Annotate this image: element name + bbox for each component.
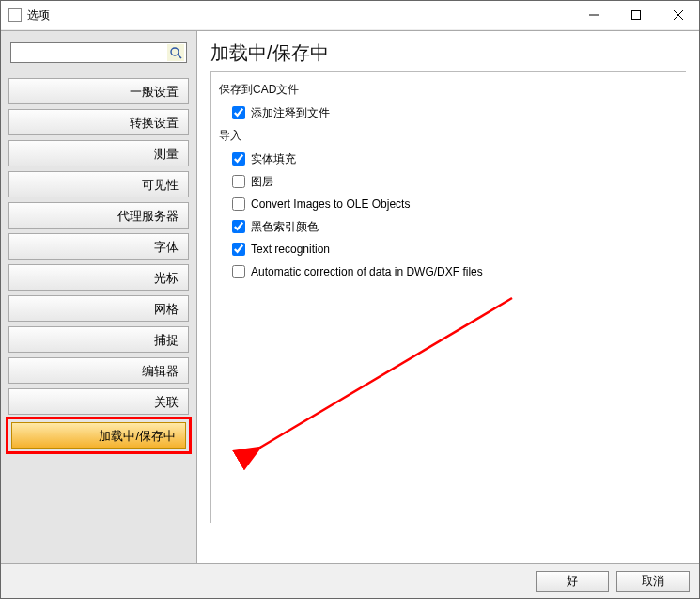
checkbox-layers-input[interactable] [232, 175, 245, 188]
search-row [1, 31, 196, 71]
window-title: 选项 [27, 8, 50, 24]
category-list: 一般设置转换设置测量可见性代理服务器字体光标网格捕捉编辑器关联加载中/保存中 [1, 71, 196, 459]
page-title: 加载中/保存中 [210, 40, 686, 66]
sidebar-item-7[interactable]: 网格 [8, 295, 189, 322]
svg-line-7 [258, 298, 512, 449]
sidebar-item-label: 测量 [154, 147, 179, 161]
settings-area: 保存到CAD文件 添加注释到文件 导入 实体填充 图层 Convert Imag… [210, 71, 686, 523]
cancel-button[interactable]: 取消 [616, 571, 690, 592]
sidebar-item-label: 光标 [154, 271, 179, 285]
checkbox-solid-fill-label: 实体填充 [251, 151, 296, 167]
search-input[interactable] [11, 43, 163, 62]
sidebar-item-label: 代理服务器 [117, 209, 179, 223]
group-import-title: 导入 [219, 128, 678, 144]
dialog-body: 一般设置转换设置测量可见性代理服务器字体光标网格捕捉编辑器关联加载中/保存中 加… [1, 30, 699, 563]
sidebar: 一般设置转换设置测量可见性代理服务器字体光标网格捕捉编辑器关联加载中/保存中 [1, 31, 197, 563]
search-field[interactable] [10, 42, 187, 63]
search-icon[interactable] [167, 44, 184, 61]
app-icon [8, 8, 22, 22]
checkbox-auto-correction[interactable]: Automatic correction of data in DWG/DXF … [232, 260, 678, 283]
ok-button[interactable]: 好 [536, 571, 609, 592]
checkbox-black-index-color[interactable]: 黑色索引颜色 [232, 215, 678, 238]
sidebar-item-1[interactable]: 转换设置 [8, 109, 189, 135]
options-dialog: 选项 [0, 0, 700, 599]
sidebar-item-2[interactable]: 测量 [8, 140, 189, 166]
sidebar-item-label: 一般设置 [130, 85, 179, 99]
sidebar-item-0[interactable]: 一般设置 [8, 78, 189, 104]
sidebar-item-6[interactable]: 光标 [8, 264, 189, 291]
checkbox-text-recognition-input[interactable] [232, 243, 245, 256]
checkbox-add-annotations[interactable]: 添加注释到文件 [232, 102, 678, 124]
checkbox-text-recognition[interactable]: Text recognition [232, 238, 678, 260]
sidebar-item-9[interactable]: 编辑器 [8, 357, 189, 384]
checkbox-black-index-color-input[interactable] [232, 220, 245, 233]
close-button[interactable] [657, 1, 699, 29]
maximize-icon [631, 10, 641, 20]
annotation-highlight: 加载中/保存中 [6, 417, 192, 454]
magnifier-icon [169, 46, 182, 59]
sidebar-item-label: 加载中/保存中 [99, 429, 176, 443]
sidebar-item-11[interactable]: 加载中/保存中 [11, 422, 186, 449]
checkbox-add-annotations-label: 添加注释到文件 [251, 105, 330, 121]
checkbox-convert-ole-label: Convert Images to OLE Objects [251, 197, 410, 211]
minimize-button[interactable] [572, 1, 614, 29]
titlebar: 选项 [1, 1, 699, 30]
sidebar-item-label: 转换设置 [130, 116, 179, 130]
content-panel: 加载中/保存中 保存到CAD文件 添加注释到文件 导入 实体填充 图层 [197, 31, 699, 563]
sidebar-item-3[interactable]: 可见性 [8, 171, 189, 197]
sidebar-item-label: 编辑器 [142, 364, 179, 378]
close-icon [674, 10, 683, 20]
sidebar-item-label: 字体 [154, 240, 179, 254]
sidebar-item-label: 捕捉 [154, 333, 179, 347]
sidebar-item-label: 网格 [154, 302, 179, 316]
checkbox-solid-fill-input[interactable] [232, 152, 245, 166]
checkbox-solid-fill[interactable]: 实体填充 [232, 148, 678, 170]
checkbox-auto-correction-label: Automatic correction of data in DWG/DXF … [251, 265, 483, 278]
checkbox-black-index-color-label: 黑色索引颜色 [251, 219, 319, 235]
checkbox-text-recognition-label: Text recognition [251, 243, 330, 256]
sidebar-item-8[interactable]: 捕捉 [8, 326, 189, 353]
svg-rect-1 [631, 11, 640, 20]
checkbox-convert-ole-input[interactable] [232, 197, 245, 211]
svg-point-4 [171, 48, 179, 55]
window-controls [572, 1, 699, 29]
sidebar-item-10[interactable]: 关联 [8, 388, 189, 415]
sidebar-item-label: 可见性 [142, 178, 179, 192]
checkbox-auto-correction-input[interactable] [232, 265, 245, 278]
checkbox-add-annotations-input[interactable] [232, 106, 245, 119]
dialog-footer: 好 取消 [1, 563, 699, 598]
checkbox-convert-ole[interactable]: Convert Images to OLE Objects [232, 193, 678, 215]
checkbox-layers[interactable]: 图层 [232, 170, 678, 193]
group-save-to-cad-title: 保存到CAD文件 [219, 82, 678, 98]
svg-line-5 [178, 55, 181, 58]
maximize-button[interactable] [614, 1, 657, 29]
sidebar-item-4[interactable]: 代理服务器 [8, 202, 189, 229]
sidebar-item-label: 关联 [154, 395, 179, 409]
sidebar-item-5[interactable]: 字体 [8, 233, 189, 260]
checkbox-layers-label: 图层 [251, 174, 273, 190]
minimize-icon [589, 10, 599, 20]
